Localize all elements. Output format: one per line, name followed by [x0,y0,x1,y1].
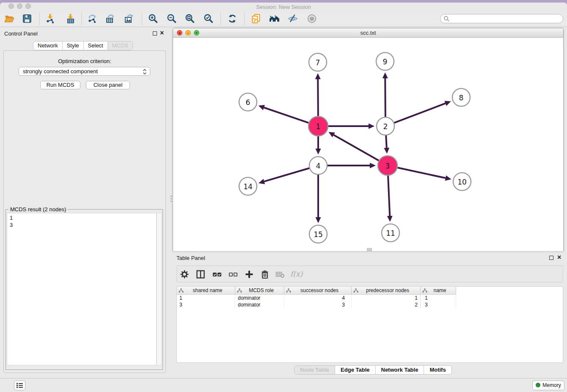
tab-mcds[interactable]: MCDS [107,41,132,50]
task-list-icon [14,381,25,390]
optimization-criterion-label: Optimization criterion: [0,58,169,64]
table-panel-close-button[interactable]: × [557,255,561,260]
tab-select[interactable]: Select [83,41,107,50]
table-cell: 1 [421,295,456,301]
memory-status-icon [536,383,540,387]
table-panel-float-button[interactable] [549,256,553,260]
table-cell: 3 [177,301,235,308]
toolbar-separator [81,13,82,25]
tab-node-table[interactable]: Node Table [295,366,335,374]
zoom-fit-icon[interactable] [184,13,195,24]
node-label-9: 9 [383,58,388,66]
cyndex-home-icon[interactable] [269,13,280,24]
node-label-8: 8 [459,94,464,102]
mcds-result-text: 1 3 [10,214,13,229]
status-bar: Memory [0,378,567,392]
edge-arrowhead [316,149,321,155]
export-table-icon[interactable] [105,13,116,24]
canvas-splitter-handle[interactable] [367,248,372,251]
task-history-button[interactable] [14,381,25,390]
table-panel-tabs: Node TableEdge TableNetwork TableMotifs [294,365,452,375]
app-title: Session: New Session [0,4,567,10]
network-view-window: x – + scc.txt 7968124314101511 [173,28,564,251]
column-header-successor-nodes[interactable]: successor nodes [284,287,352,295]
tab-edge-table[interactable]: Edge Table [335,366,375,374]
edge-4-to-14[interactable] [264,168,309,181]
network-view-titlebar[interactable]: x – + scc.txt [173,28,563,38]
app-titlebar: Session: New Session [0,3,567,12]
edge-2-to-8[interactable] [394,103,446,123]
export-network-icon[interactable] [87,13,98,24]
table-cell: 1 [177,295,235,301]
table-cell: 1 [352,295,421,301]
settings-gear-icon[interactable] [179,269,190,279]
column-header-name[interactable]: name [421,287,456,295]
refresh-view-icon[interactable] [227,13,238,24]
edge-arrowhead [387,216,393,222]
delete-column-icon[interactable] [260,269,270,279]
search-input[interactable] [451,15,560,23]
table-row[interactable]: 1dominator411 [177,295,563,301]
mcds-result-scrollbar[interactable] [157,213,162,365]
clone-network-icon[interactable] [250,13,261,24]
edge-arrowhead [445,175,451,181]
edge-1-to-6[interactable] [264,108,308,123]
edge-3-to-10[interactable] [397,168,445,178]
network-canvas[interactable]: 7968124314101511 [173,38,563,251]
import-network-icon[interactable] [44,13,55,24]
table-cell: 4 [284,295,352,301]
close-panel-button[interactable]: Close panel [86,81,130,89]
edge-2-to-9[interactable] [385,78,385,117]
mcds-result-textarea[interactable]: 1 3 [7,213,157,365]
hide-selected-icon[interactable] [287,13,298,24]
memory-button[interactable]: Memory [532,381,564,390]
search-box [440,14,563,23]
show-columns-icon[interactable] [212,269,222,279]
show-all-icon [306,13,317,24]
optimization-criterion-select[interactable]: strongly connected component [19,67,150,76]
tab-motifs[interactable]: Motifs [424,366,451,374]
table-header-row: shared nameMCDS rolesuccessor nodesprede… [177,287,563,295]
column-header-shared-name[interactable]: shared name [177,287,235,295]
desktop: Session: New Session [0,0,567,392]
edge-arrowhead [370,163,376,168]
column-layout-icon[interactable] [195,269,206,279]
toolbar-separator [142,13,142,25]
hide-columns-icon[interactable] [228,269,238,279]
zoom-selected-icon[interactable] [203,13,214,24]
edge-arrowhead [369,124,374,129]
run-mcds-button[interactable]: Run MCDS [40,81,80,89]
table-cell: 2 [352,301,421,308]
mcds-result-box: MCDS result (2 nodes) 1 3 [6,209,163,370]
tab-network[interactable]: Network [33,41,62,50]
tab-network-table[interactable]: Network Table [375,366,424,374]
table-cell: dominator [235,301,284,308]
toolbar-separator [39,13,40,25]
import-table-icon[interactable] [65,13,76,24]
export-image-icon[interactable] [124,13,135,24]
table-row[interactable]: 3dominator323 [177,301,563,308]
edge-3-to-11[interactable] [388,176,390,216]
node-label-6: 6 [246,98,250,107]
zoom-out-icon[interactable] [166,13,177,24]
edge-2-to-3[interactable] [386,135,387,148]
control-panel-close-button[interactable]: × [160,30,164,36]
open-file-icon[interactable] [4,13,15,24]
control-panel-tabs: NetworkStyleSelectMCDS [33,41,133,50]
add-column-icon[interactable] [244,269,254,279]
edge-1-to-7[interactable] [318,79,318,116]
vertical-splitter-handle[interactable] [170,194,172,203]
zoom-in-icon[interactable] [148,13,159,24]
column-header-predecessor-nodes[interactable]: predecessor nodes [352,287,421,295]
node-label-14: 14 [243,182,253,191]
table-cell: 3 [421,301,456,308]
select-spinner-icon [143,69,147,77]
column-header-MCDS-role[interactable]: MCDS role [235,287,284,295]
node-label-3: 3 [385,162,390,170]
tab-style[interactable]: Style [62,41,83,50]
edge-3-to-1[interactable] [334,135,379,160]
network-graph: 7968124314101511 [173,38,563,251]
save-session-icon[interactable] [22,13,33,24]
node-table: shared nameMCDS rolesuccessor nodesprede… [176,286,563,363]
control-panel-float-button[interactable] [153,31,157,36]
